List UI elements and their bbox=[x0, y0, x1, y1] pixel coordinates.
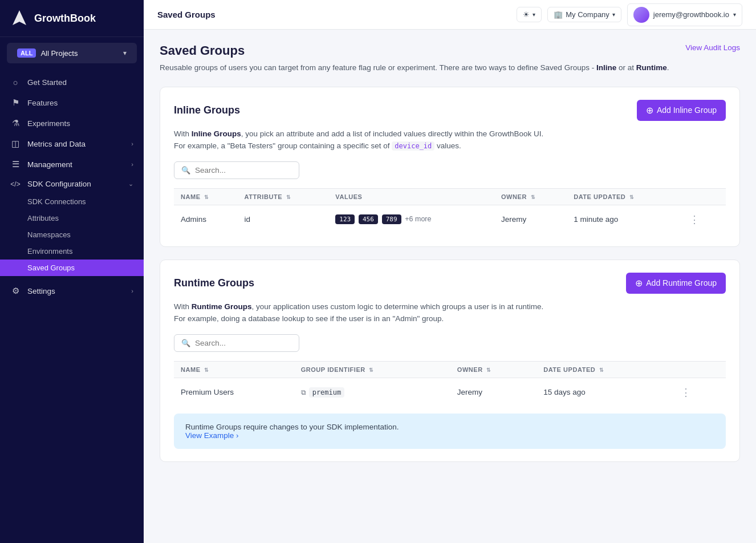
inline-table-body: Admins id 123 456 789 +6 more Jeremy 1 m… bbox=[174, 205, 726, 234]
rt-date-sort-icon: ⇅ bbox=[599, 367, 604, 373]
project-chevron-icon: ▾ bbox=[123, 49, 127, 57]
page-body: Saved Groups View Audit Logs Reusable gr… bbox=[144, 30, 756, 543]
search-icon: 🔍 bbox=[181, 166, 190, 175]
project-label: All Projects bbox=[40, 49, 119, 58]
metrics-chevron-icon: › bbox=[131, 140, 133, 147]
sidebar-item-label: SDK Configuration bbox=[27, 180, 91, 188]
value-tag: 456 bbox=[359, 214, 378, 224]
sidebar-item-label: Experiments bbox=[27, 119, 70, 128]
rt-col-actions bbox=[670, 361, 726, 378]
user-menu-button[interactable]: jeremy@growthbook.io ▾ bbox=[627, 3, 742, 26]
plus-icon: ⊕ bbox=[646, 105, 653, 116]
runtime-groups-desc: With Runtime Groups, your application us… bbox=[174, 301, 726, 325]
view-example-link[interactable]: View Example › bbox=[185, 431, 239, 440]
rt-owner-sort-icon: ⇅ bbox=[486, 367, 491, 373]
logo-icon bbox=[10, 9, 29, 27]
topbar: Saved Groups ☀ ▾ 🏢 My Company ▾ jeremy@g… bbox=[144, 0, 756, 30]
table-row: Admins id 123 456 789 +6 more Jeremy 1 m… bbox=[174, 205, 726, 234]
company-icon: 🏢 bbox=[554, 10, 563, 19]
col-name[interactable]: NAME ⇅ bbox=[174, 188, 238, 205]
col-date-updated[interactable]: DATE UPDATED ⇅ bbox=[567, 188, 679, 205]
row-actions: ⋮ bbox=[679, 205, 726, 234]
rt-row-action-button[interactable]: ⋮ bbox=[677, 385, 694, 400]
col-attribute[interactable]: ATTRIBUTE ⇅ bbox=[238, 188, 329, 205]
project-badge: ALL bbox=[17, 48, 36, 58]
sdk-connections-label: SDK Connections bbox=[27, 197, 86, 206]
sidebar-item-environments[interactable]: Environments bbox=[0, 243, 144, 260]
device-id-code: device_id bbox=[392, 141, 434, 151]
sidebar-item-get-started[interactable]: ○ Get Started bbox=[0, 72, 144, 92]
theme-icon: ☀ bbox=[523, 10, 530, 19]
identifier-code: premium bbox=[309, 387, 345, 398]
plus-icon: ⊕ bbox=[635, 278, 643, 289]
inline-groups-desc: With Inline Groups, you pick an attribut… bbox=[174, 128, 726, 152]
company-selector-button[interactable]: 🏢 My Company ▾ bbox=[547, 7, 621, 22]
sidebar-item-features[interactable]: ⚑ Features bbox=[0, 92, 144, 113]
attributes-label: Attributes bbox=[27, 214, 59, 222]
experiments-icon: ⚗ bbox=[10, 118, 21, 128]
sidebar-item-experiments[interactable]: ⚗ Experiments bbox=[0, 113, 144, 133]
rt-col-owner[interactable]: OWNER ⇅ bbox=[450, 361, 536, 378]
col-owner[interactable]: OWNER ⇅ bbox=[494, 188, 567, 205]
management-chevron-icon: › bbox=[131, 161, 133, 168]
row-action-button[interactable]: ⋮ bbox=[686, 212, 703, 227]
user-chevron-icon: ▾ bbox=[733, 11, 736, 18]
runtime-bold: Runtime bbox=[636, 63, 667, 72]
rt-identifier-sort-icon: ⇅ bbox=[369, 367, 374, 373]
sidebar-item-saved-groups[interactable]: Saved Groups bbox=[0, 260, 144, 276]
sidebar-item-settings[interactable]: ⚙ Settings › bbox=[0, 281, 144, 301]
runtime-note-text: Runtime Groups require changes to your S… bbox=[185, 423, 399, 431]
sdk-chevron-icon: ⌄ bbox=[128, 180, 133, 188]
inline-search-box[interactable]: 🔍 bbox=[174, 161, 299, 179]
sidebar-item-attributes[interactable]: Attributes bbox=[0, 210, 144, 226]
sidebar-item-label: Management bbox=[27, 160, 72, 169]
add-inline-group-button[interactable]: ⊕ Add Inline Group bbox=[637, 100, 726, 121]
inline-groups-header: Inline Groups ⊕ Add Inline Group bbox=[174, 100, 726, 121]
user-email: jeremy@growthbook.io bbox=[653, 10, 729, 19]
topbar-title: Saved Groups bbox=[157, 10, 510, 19]
logo-text: GrowthBook bbox=[34, 13, 96, 25]
runtime-sdk-note: Runtime Groups require changes to your S… bbox=[174, 414, 726, 449]
company-name: My Company bbox=[566, 10, 609, 19]
name-sort-icon: ⇅ bbox=[204, 194, 209, 200]
rt-col-date-updated[interactable]: DATE UPDATED ⇅ bbox=[536, 361, 670, 378]
view-audit-logs-link[interactable]: View Audit Logs bbox=[685, 43, 740, 52]
rt-row-identifier: ⧉ premium bbox=[294, 378, 450, 407]
page-title: Saved Groups bbox=[160, 43, 245, 58]
search-icon: 🔍 bbox=[181, 339, 190, 347]
get-started-icon: ○ bbox=[10, 78, 21, 87]
sidebar-item-management[interactable]: ☰ Management › bbox=[0, 154, 144, 175]
inline-groups-card: Inline Groups ⊕ Add Inline Group With In… bbox=[160, 87, 740, 247]
settings-theme-button[interactable]: ☀ ▾ bbox=[517, 7, 542, 22]
view-example-arrow-icon: › bbox=[236, 431, 239, 440]
sidebar-item-label: Metrics and Data bbox=[27, 140, 86, 148]
more-values-link[interactable]: +6 more bbox=[405, 215, 431, 223]
add-runtime-group-button[interactable]: ⊕ Add Runtime Group bbox=[626, 273, 726, 294]
sidebar-item-sdk-config[interactable]: </> SDK Configuration ⌄ bbox=[0, 175, 144, 193]
sidebar-item-sdk-connections[interactable]: SDK Connections bbox=[0, 193, 144, 210]
view-example-label: View Example bbox=[185, 431, 234, 440]
rt-row-actions: ⋮ bbox=[670, 378, 726, 407]
table-row: Premium Users ⧉ premium Jeremy 15 days a… bbox=[174, 378, 726, 407]
project-selector[interactable]: ALL All Projects ▾ bbox=[7, 43, 137, 63]
rt-col-name[interactable]: NAME ⇅ bbox=[174, 361, 294, 378]
inline-search-input[interactable] bbox=[195, 166, 292, 175]
sidebar: GrowthBook ALL All Projects ▾ ○ Get Star… bbox=[0, 0, 144, 543]
runtime-search-input[interactable] bbox=[195, 339, 292, 347]
runtime-search-box[interactable]: 🔍 bbox=[174, 334, 299, 352]
settings-chevron-icon: › bbox=[131, 287, 133, 294]
runtime-groups-card: Runtime Groups ⊕ Add Runtime Group With … bbox=[160, 260, 740, 462]
date-sort-icon: ⇅ bbox=[629, 194, 635, 200]
rt-col-identifier[interactable]: GROUP IDENTIFIER ⇅ bbox=[294, 361, 450, 378]
add-runtime-group-label: Add Runtime Group bbox=[646, 278, 717, 287]
page-description: Reusable groups of users you can target … bbox=[160, 62, 740, 74]
sidebar-item-label: Features bbox=[27, 99, 58, 107]
settings-icon: ⚙ bbox=[10, 286, 21, 296]
main-content: Saved Groups ☀ ▾ 🏢 My Company ▾ jeremy@g… bbox=[144, 0, 756, 543]
management-icon: ☰ bbox=[10, 159, 21, 169]
row-date-updated: 1 minute ago bbox=[567, 205, 679, 234]
sidebar-item-namespaces[interactable]: Namespaces bbox=[0, 226, 144, 243]
sidebar-item-metrics[interactable]: ◫ Metrics and Data › bbox=[0, 133, 144, 154]
runtime-groups-table: NAME ⇅ GROUP IDENTIFIER ⇅ OWNER ⇅ DATE U… bbox=[174, 361, 726, 407]
runtime-table-body: Premium Users ⧉ premium Jeremy 15 days a… bbox=[174, 378, 726, 407]
